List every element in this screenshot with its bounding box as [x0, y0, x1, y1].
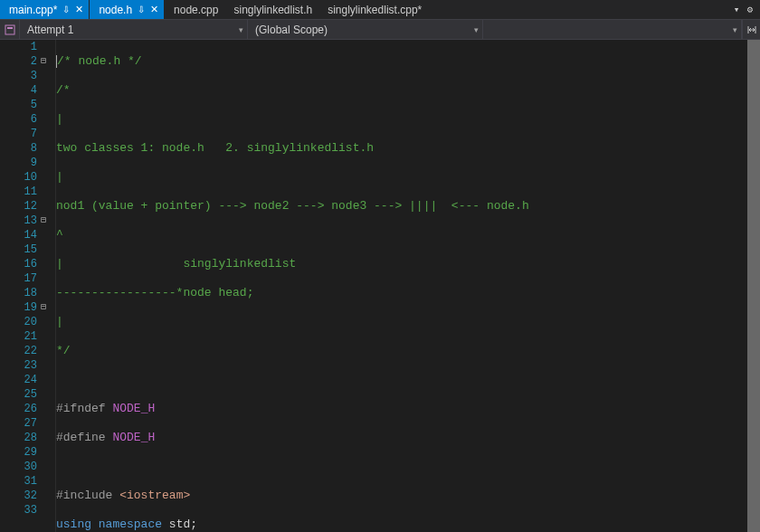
- code-line: -----------------*node head;: [56, 286, 253, 299]
- code-line: |: [56, 170, 63, 184]
- scope-bar: Attempt 1 ▾ (Global Scope) ▾ ▾: [0, 20, 760, 40]
- scope-member-dropdown[interactable]: ▾: [483, 20, 742, 39]
- line-number: 12: [0, 199, 55, 214]
- line-number: 8: [0, 141, 55, 156]
- line-number: 6: [0, 112, 55, 127]
- scope-project-label: Attempt 1: [27, 24, 73, 36]
- line-number: 21: [0, 329, 55, 344]
- svg-rect-1: [7, 27, 13, 29]
- tab-bar: main.cpp* ⇩ ✕ node.h ⇩ ✕ node.cpp singly…: [0, 0, 760, 20]
- scope-namespace-dropdown[interactable]: (Global Scope) ▾: [248, 20, 483, 39]
- code-editor[interactable]: 1234567891011121314151617181920212223242…: [0, 40, 760, 532]
- line-number: 19: [0, 300, 55, 315]
- tab-node-cpp[interactable]: node.cpp: [165, 0, 224, 19]
- chevron-down-icon: ▾: [239, 25, 243, 34]
- scrollbar-thumb[interactable]: [747, 40, 760, 532]
- tab-label: node.h: [99, 4, 132, 16]
- line-number: 29: [0, 445, 55, 460]
- line-number: 10: [0, 170, 55, 185]
- line-number: 18: [0, 286, 55, 300]
- pin-icon[interactable]: ⇩: [62, 5, 70, 14]
- line-number: 3: [0, 69, 55, 83]
- line-number: 28: [0, 431, 55, 445]
- line-number: 13: [0, 214, 55, 228]
- line-number: 26: [0, 402, 55, 416]
- code-line: using: [56, 518, 91, 531]
- split-editor-icon[interactable]: [742, 20, 760, 39]
- line-number: 22: [0, 344, 55, 358]
- line-number: 9: [0, 156, 55, 170]
- code-line: |: [56, 112, 63, 126]
- line-number: 31: [0, 474, 55, 489]
- line-number: 32: [0, 489, 55, 503]
- scope-namespace-label: (Global Scope): [255, 24, 328, 36]
- line-number: 25: [0, 387, 55, 402]
- fold-toggle[interactable]: ⊟: [41, 301, 46, 312]
- tab-label: singlylinkedlist.h: [233, 4, 312, 16]
- code-line: |: [56, 315, 63, 328]
- tab-singlylinkedlist-h[interactable]: singlylinkedlist.h: [224, 0, 318, 19]
- code-line: nod1 (value + pointer) ---> node2 ---> n…: [56, 199, 529, 213]
- tab-singlylinkedlist-cpp[interactable]: singlylinkedlist.cpp*: [318, 0, 428, 19]
- line-number: 27: [0, 416, 55, 431]
- code-line: #define: [56, 431, 112, 444]
- pin-icon[interactable]: ⇩: [138, 5, 145, 14]
- gutter: 1234567891011121314151617181920212223242…: [0, 40, 56, 532]
- line-number: 17: [0, 271, 55, 286]
- tab-node-h[interactable]: node.h ⇩ ✕: [90, 0, 165, 19]
- svg-rect-0: [5, 25, 14, 34]
- chevron-down-icon: ▾: [733, 25, 737, 34]
- chevron-down-icon: ▾: [474, 25, 479, 34]
- line-number: 11: [0, 185, 55, 199]
- line-number: 7: [0, 127, 55, 141]
- code-line: /* node.h */: [57, 54, 142, 68]
- tab-main-cpp[interactable]: main.cpp* ⇩ ✕: [0, 0, 90, 19]
- scope-project-dropdown[interactable]: Attempt 1 ▾: [20, 20, 248, 39]
- gear-icon[interactable]: ⚙: [743, 4, 756, 15]
- dropdown-icon[interactable]: ▾: [730, 4, 744, 15]
- line-number: 5: [0, 98, 55, 112]
- code-line: two classes 1: node.h 2. singlylinkedlis…: [56, 141, 374, 155]
- code-line: ^: [56, 228, 63, 242]
- line-number: 23: [0, 358, 55, 373]
- line-number: 2: [0, 54, 55, 69]
- tab-label: node.cpp: [174, 4, 218, 16]
- code-line: #ifndef: [56, 402, 112, 415]
- line-numbers: 1234567891011121314151617181920212223242…: [0, 40, 55, 518]
- vertical-scrollbar[interactable]: [747, 40, 760, 532]
- tab-bar-controls: ▾ ⚙: [730, 4, 760, 15]
- close-icon[interactable]: ✕: [75, 4, 83, 15]
- code-area[interactable]: /* node.h */ /* | two classes 1: node.h …: [56, 40, 747, 532]
- line-number: 30: [0, 460, 55, 474]
- fold-toggle[interactable]: ⊟: [41, 55, 46, 66]
- tab-label: singlylinkedlist.cpp*: [328, 4, 422, 16]
- close-icon[interactable]: ✕: [150, 4, 158, 15]
- line-number: 4: [0, 83, 55, 98]
- code-line: #include: [56, 489, 119, 502]
- code-line: | singlylinkedlist: [56, 257, 296, 271]
- line-number: 16: [0, 257, 55, 271]
- line-number: 15: [0, 242, 55, 257]
- navigate-back-icon[interactable]: [0, 20, 20, 39]
- line-number: 1: [0, 40, 55, 54]
- line-number: 33: [0, 503, 55, 518]
- line-number: 24: [0, 373, 55, 387]
- fold-toggle[interactable]: ⊟: [41, 214, 46, 225]
- code-line: /*: [56, 83, 71, 97]
- tab-label: main.cpp*: [9, 4, 57, 16]
- line-number: 14: [0, 228, 55, 242]
- line-number: 20: [0, 315, 55, 329]
- code-line: */: [56, 344, 71, 357]
